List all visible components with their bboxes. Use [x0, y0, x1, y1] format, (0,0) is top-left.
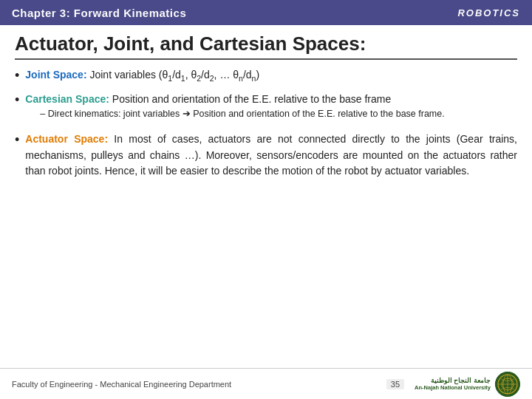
bullet-dot-2: • [15, 90, 19, 110]
joint-space-text: Joint Space: Joint variables (θ1/d1, θ2/… [25, 67, 259, 85]
robotics-logo-text: ROBOTICS [457, 7, 520, 18]
header: Chapter 3: Forward Kinematics ROBOTICS [0, 0, 532, 25]
chapter-title: Chapter 3: Forward Kinematics [12, 7, 186, 19]
actuator-space-text: Actuator Space: In most of cases, actuat… [25, 132, 517, 180]
joint-space-bullet: • Joint Space: Joint variables (θ1/d1, θ… [15, 67, 517, 86]
bullet-dot-3: • [15, 130, 19, 151]
university-logo-svg [495, 372, 520, 397]
slide: Chapter 3: Forward Kinematics ROBOTICS A… [0, 0, 532, 399]
university-logo [495, 372, 520, 397]
university-english-text: An-Najah National University [415, 384, 491, 391]
sub-bullet: Direct kinematics: joint variables ➔ Pos… [40, 107, 444, 121]
slide-content: Actuator, Joint, and Cartesian Spaces: •… [0, 25, 532, 368]
cartesian-space-body: Position and orientation of the E.E. rel… [109, 93, 391, 105]
page-number: 35 [386, 379, 404, 389]
cartesian-space-label: Cartesian Space: [25, 93, 109, 105]
footer: Faculty of Engineering - Mechanical Engi… [0, 368, 532, 399]
university-arabic-text: جامعة النجاح الوطنية [431, 377, 491, 384]
cartesian-space-bullet: • Cartesian Space: Position and orientat… [15, 92, 517, 126]
section-title: Actuator, Joint, and Cartesian Spaces: [15, 33, 517, 60]
cartesian-space-text: Cartesian Space: Position and orientatio… [25, 93, 391, 105]
footer-text: Faculty of Engineering - Mechanical Engi… [12, 380, 231, 389]
actuator-space-bullet: • Actuator Space: In most of cases, actu… [15, 132, 517, 180]
cartesian-space-content: Cartesian Space: Position and orientatio… [25, 92, 444, 126]
joint-space-body: Joint variables (θ1/d1, θ2/d2, … θn/dn) [87, 69, 260, 81]
bullet-list: • Joint Space: Joint variables (θ1/d1, θ… [15, 67, 517, 364]
sub-bullet-text: Direct kinematics: joint variables ➔ Pos… [48, 109, 445, 119]
bullet-dot-1: • [15, 66, 19, 86]
joint-space-label: Joint Space: [25, 69, 86, 81]
university-text-block: جامعة النجاح الوطنية An-Najah National U… [415, 377, 491, 391]
actuator-space-label: Actuator Space: [25, 133, 108, 145]
footer-right: 35 جامعة النجاح الوطنية An-Najah Nationa… [386, 372, 520, 397]
